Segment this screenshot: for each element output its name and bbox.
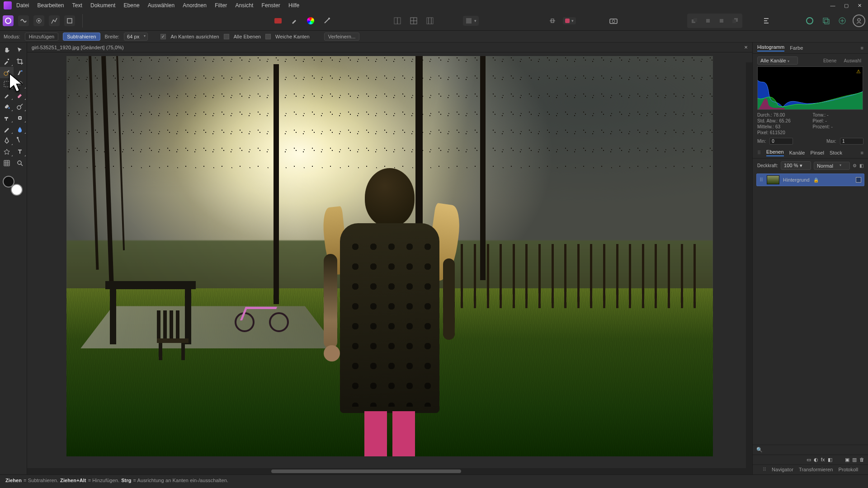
grid-b-icon[interactable] (408, 15, 420, 27)
sync-c-icon[interactable] (836, 15, 848, 27)
color-swatches[interactable] (3, 176, 23, 196)
mesh-tool[interactable] (0, 157, 14, 169)
crop-tool[interactable] (14, 56, 27, 67)
all-layers-checkbox[interactable] (224, 34, 229, 39)
hand-tool[interactable] (0, 44, 14, 56)
align-panel-icon[interactable] (760, 15, 772, 27)
lasso-tool[interactable] (14, 78, 27, 89)
maximize-button[interactable]: ▢ (840, 1, 853, 10)
tab-navigator[interactable]: Navigator (772, 467, 793, 473)
persona-develop[interactable] (33, 15, 44, 26)
tab-channels[interactable]: Kanäle (789, 150, 805, 155)
panel-menu-icon[interactable]: ≡ (860, 45, 863, 51)
layer-item-background[interactable]: ⠿ Hintergrund 🔒 (756, 174, 864, 186)
add-layer-icon[interactable]: ▥ (852, 457, 857, 463)
fx-icon[interactable]: fx (821, 457, 825, 463)
search-layers-icon[interactable]: 🔍 (756, 447, 763, 453)
arrange-backward-icon[interactable] (702, 15, 714, 27)
node-tool[interactable] (14, 135, 27, 146)
color-wheel-icon[interactable] (305, 15, 316, 27)
foreground-swatch[interactable] (3, 176, 14, 188)
clone-tool[interactable] (0, 112, 14, 123)
hist-min-input[interactable] (769, 138, 793, 145)
arrange-forward-icon[interactable] (716, 15, 727, 27)
document-tab[interactable]: girl-535251_1920.jpg [Geändert] (75,0%) … (27, 42, 752, 52)
smudge-tool[interactable] (14, 123, 27, 135)
persona-photo[interactable] (3, 15, 14, 26)
menu-arrange[interactable]: Anordnen (183, 2, 207, 9)
persona-liquify[interactable] (18, 15, 29, 26)
layer-gear-icon[interactable]: ⚙ (853, 163, 857, 168)
arrange-front-icon[interactable] (729, 15, 741, 27)
marquee-tool[interactable] (0, 78, 14, 89)
horizontal-scrollbar[interactable] (27, 468, 752, 474)
pencil-tool[interactable] (0, 123, 14, 135)
menu-file[interactable]: Datei (16, 2, 29, 9)
hist-layer-toggle[interactable]: Ebene (821, 57, 839, 64)
tab-close-button[interactable]: × (744, 44, 748, 51)
persona-export[interactable] (64, 15, 75, 26)
channel-select[interactable]: Alle Kanäle ▾ (757, 56, 798, 65)
fill-tool[interactable] (0, 101, 14, 112)
hist-selection-toggle[interactable]: Auswahl (842, 57, 864, 64)
sync-b-icon[interactable] (820, 15, 832, 27)
mask-icon[interactable]: ▭ (807, 457, 811, 463)
blend-icon[interactable]: ◧ (828, 457, 832, 463)
arrange-back-icon[interactable] (689, 15, 700, 27)
snap-dropdown[interactable]: ▾ (563, 17, 576, 24)
menu-text[interactable]: Text (72, 2, 82, 9)
zoom-tool[interactable] (14, 157, 27, 169)
tab-layers[interactable]: Ebenen (766, 149, 784, 156)
layer-visibility-checkbox[interactable] (856, 177, 861, 183)
close-button[interactable]: ✕ (854, 1, 866, 10)
soft-edges-checkbox[interactable] (265, 34, 271, 39)
tab-history[interactable]: Protokoll (838, 467, 858, 473)
menu-window[interactable]: Fenster (261, 2, 280, 9)
width-select[interactable]: 64 px ▾ (124, 33, 148, 41)
eraser-tool[interactable] (14, 89, 27, 101)
minimize-button[interactable]: — (826, 1, 839, 10)
menu-document[interactable]: Dokument (90, 2, 116, 9)
blend-mode-select[interactable]: Normal ▾ (814, 162, 850, 170)
grid-a-icon[interactable] (392, 15, 403, 27)
align-icon[interactable] (547, 15, 558, 27)
menu-edit[interactable]: Bearbeiten (38, 2, 64, 9)
snap-checkbox[interactable]: ✓ (160, 34, 166, 39)
group-icon[interactable]: ▣ (845, 457, 849, 463)
selection-brush-tool[interactable] (0, 67, 14, 78)
layer-link-icon[interactable]: ◧ (859, 163, 863, 168)
tab-transform[interactable]: Transformieren (799, 467, 833, 473)
menu-select[interactable]: Auswählen (148, 2, 175, 9)
brush-icon[interactable] (288, 15, 300, 27)
menu-layer[interactable]: Ebene (123, 2, 139, 9)
sync-a-icon[interactable] (804, 15, 816, 27)
swatch-red-icon[interactable] (272, 15, 284, 27)
quickmask-dropdown[interactable]: ▾ (463, 16, 479, 26)
color-picker-tool[interactable] (0, 56, 14, 67)
pen-tool[interactable] (0, 135, 14, 146)
menu-filter[interactable]: Filter (215, 2, 227, 9)
account-icon[interactable] (853, 14, 865, 27)
wand-icon[interactable] (321, 15, 333, 27)
mode-subtract-button[interactable]: Subtrahieren (63, 33, 100, 41)
flood-select-tool[interactable] (14, 67, 27, 78)
canvas-image[interactable] (66, 56, 713, 456)
dodge-tool[interactable] (14, 101, 27, 112)
mode-add-button[interactable]: Hinzufügen (25, 33, 59, 41)
persona-tone[interactable] (49, 15, 60, 26)
refine-button[interactable]: Verfeinern... (324, 33, 360, 41)
camera-icon[interactable] (608, 15, 619, 27)
vertical-scrollbar[interactable] (746, 62, 752, 468)
menu-view[interactable]: Ansicht (235, 2, 253, 9)
tab-brushes[interactable]: Pinsel (811, 150, 825, 155)
text-tool[interactable] (14, 146, 27, 157)
adjustment-icon[interactable]: ◐ (814, 457, 818, 463)
move-tool[interactable] (14, 44, 27, 56)
hist-max-input[interactable] (840, 138, 863, 145)
opacity-select[interactable]: 100 % ▾ (781, 161, 811, 170)
delete-layer-icon[interactable]: 🗑 (859, 457, 864, 463)
heal-tool[interactable] (14, 112, 27, 123)
canvas-viewport[interactable] (27, 52, 752, 468)
tab-histogram[interactable]: Histogramm (757, 44, 784, 52)
grid-c-icon[interactable] (424, 15, 436, 27)
